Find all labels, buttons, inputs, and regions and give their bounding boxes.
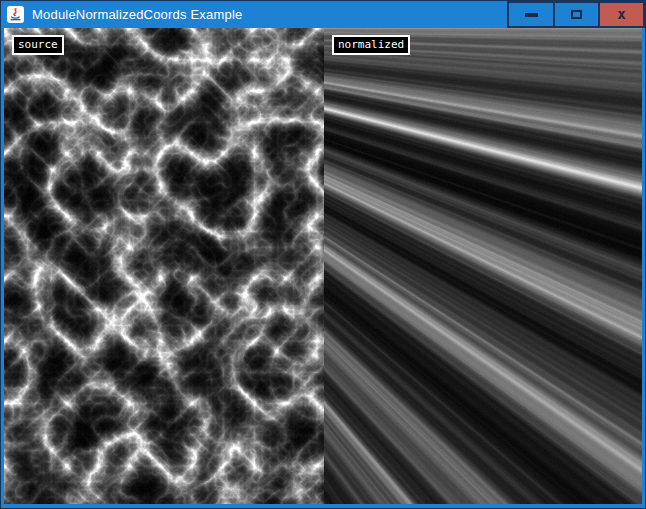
normalized-panel: normalized bbox=[324, 28, 642, 504]
java-app-icon bbox=[7, 6, 24, 23]
close-button[interactable]: x bbox=[598, 1, 645, 28]
app-window: ModuleNormalizedCoords Example x source … bbox=[0, 0, 646, 509]
titlebar[interactable]: ModuleNormalizedCoords Example x bbox=[1, 1, 645, 28]
source-image bbox=[4, 28, 324, 504]
maximize-icon bbox=[571, 10, 582, 19]
window-title: ModuleNormalizedCoords Example bbox=[32, 7, 242, 22]
minimize-button[interactable] bbox=[507, 1, 555, 28]
content-area: source normalized bbox=[4, 28, 642, 504]
window-controls: x bbox=[507, 1, 645, 28]
minimize-icon bbox=[525, 13, 538, 17]
source-panel: source bbox=[4, 28, 324, 504]
java-coffee-cup-icon bbox=[9, 8, 22, 21]
maximize-button[interactable] bbox=[553, 1, 600, 28]
normalized-label: normalized bbox=[332, 35, 410, 55]
normalized-image bbox=[324, 28, 642, 504]
close-icon: x bbox=[617, 7, 625, 21]
source-label: source bbox=[12, 35, 64, 55]
